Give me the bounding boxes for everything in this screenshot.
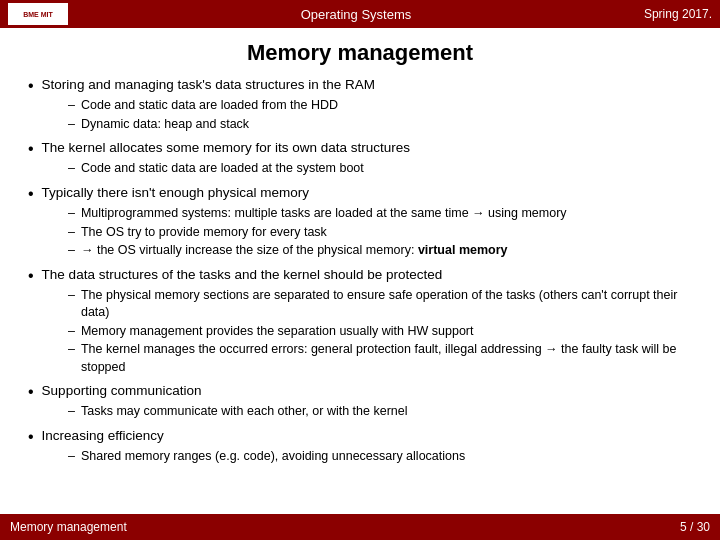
- bullet-text: Storing and managing task's data structu…: [42, 76, 376, 95]
- sub-item: – Multiprogrammed systems: multiple task…: [68, 205, 692, 223]
- list-item: • Increasing efficiency – Shared memory …: [28, 427, 692, 466]
- bullet-text: Supporting communication: [42, 382, 202, 401]
- sub-item: – → the OS virtually increase the size o…: [68, 242, 692, 260]
- sub-items: – Shared memory ranges (e.g. code), avoi…: [68, 448, 692, 466]
- sub-item: – The kernel manages the occurred errors…: [68, 341, 692, 376]
- list-item: • Typically there isn't enough physical …: [28, 184, 692, 260]
- bullet-dot: •: [28, 266, 34, 285]
- sub-item: – The OS try to provide memory for every…: [68, 224, 692, 242]
- list-item: • The kernel allocates some memory for i…: [28, 139, 692, 178]
- sub-item: – Tasks may communicate with each other,…: [68, 403, 692, 421]
- header-title: Operating Systems: [68, 7, 644, 22]
- header-date: Spring 2017.: [644, 7, 712, 21]
- bullet-dot: •: [28, 427, 34, 446]
- list-item: • The data structures of the tasks and t…: [28, 266, 692, 377]
- sub-items: – Code and static data are loaded at the…: [68, 160, 692, 178]
- bullet-text: Typically there isn't enough physical me…: [42, 184, 309, 203]
- content-area: • Storing and managing task's data struc…: [0, 76, 720, 466]
- list-item: • Storing and managing task's data struc…: [28, 76, 692, 133]
- sub-item: – The physical memory sections are separ…: [68, 287, 692, 322]
- logo: BME MIT: [8, 3, 68, 25]
- bullet-dot: •: [28, 382, 34, 401]
- footer-page: 5 / 30: [680, 520, 710, 534]
- bullet-text: Increasing efficiency: [42, 427, 164, 446]
- sub-item: – Shared memory ranges (e.g. code), avoi…: [68, 448, 692, 466]
- page-title: Memory management: [0, 40, 720, 66]
- sub-items: – Tasks may communicate with each other,…: [68, 403, 692, 421]
- bullet-dot: •: [28, 184, 34, 203]
- list-item: • Supporting communication – Tasks may c…: [28, 382, 692, 421]
- sub-item: – Dynamic data: heap and stack: [68, 116, 692, 134]
- footer-bar: Memory management 5 / 30: [0, 514, 720, 540]
- bullet-dot: •: [28, 76, 34, 95]
- sub-item: – Memory management provides the separat…: [68, 323, 692, 341]
- footer-label: Memory management: [10, 520, 127, 534]
- sub-items: – Code and static data are loaded from t…: [68, 97, 692, 133]
- sub-items: – The physical memory sections are separ…: [68, 287, 692, 377]
- sub-item: – Code and static data are loaded at the…: [68, 160, 692, 178]
- bullet-text: The kernel allocates some memory for its…: [42, 139, 410, 158]
- bullet-dot: •: [28, 139, 34, 158]
- sub-item: – Code and static data are loaded from t…: [68, 97, 692, 115]
- header-bar: BME MIT Operating Systems Spring 2017.: [0, 0, 720, 28]
- sub-items: – Multiprogrammed systems: multiple task…: [68, 205, 692, 260]
- bullet-text: The data structures of the tasks and the…: [42, 266, 443, 285]
